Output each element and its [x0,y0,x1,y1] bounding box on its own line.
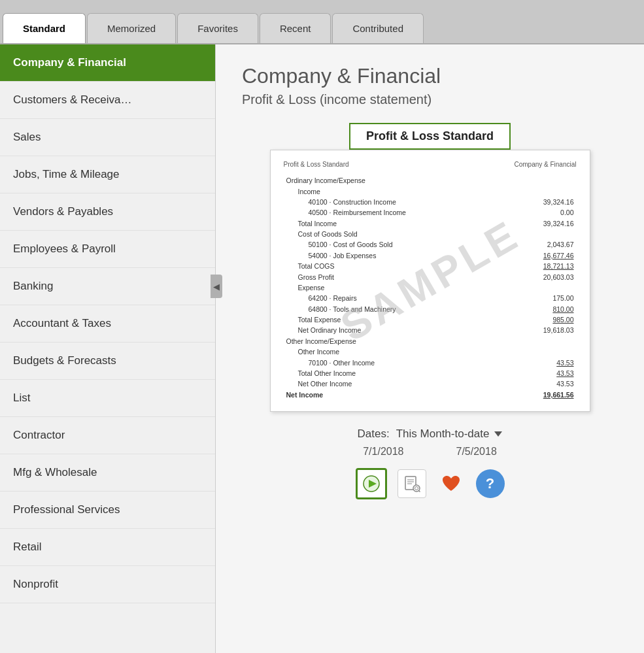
sidebar-item-mfg-wholesale[interactable]: Mfg & Wholesale [0,454,215,492]
dates-row: Dates: This Month-to-date [358,427,503,441]
table-row: Other Income [285,347,575,356]
report-header-right: Company & Financial [514,161,576,168]
table-row-net-income: Net Income19,661.56 [285,390,575,399]
table-row: 40500 · Reimbursement Income0.00 [285,208,575,217]
table-row: 54000 · Job Expenses16,677.46 [285,251,575,260]
chevron-down-icon [494,431,502,437]
table-row: 64200 · Repairs175.00 [285,293,575,303]
report-label[interactable]: Profit & Loss Standard [349,123,511,150]
sidebar-item-company-financial[interactable]: Company & Financial [0,44,215,82]
tab-memorized[interactable]: Memorized [87,13,176,43]
dates-values: 7/1/2018 7/5/2018 [363,446,497,458]
svg-line-7 [418,490,420,492]
sidebar-collapse-arrow[interactable]: ◀ [211,275,222,298]
sidebar-item-retail[interactable]: Retail [0,529,215,566]
sidebar-item-customers[interactable]: Customers & Receiva… [0,82,215,119]
main-area: Company & Financial Customers & Receiva…… [0,44,644,653]
sidebar-item-jobs-time[interactable]: Jobs, Time & Mileage [0,156,215,193]
table-row: 40100 · Construction Income39,324.16 [285,197,575,207]
date-from: 7/1/2018 [363,446,403,458]
tabs-bar: Standard Memorized Favorites Recent Cont… [0,0,644,44]
dates-dropdown[interactable]: This Month-to-date [396,427,503,441]
content-area: Company & Financial Profit & Loss (incom… [216,44,644,653]
dates-dropdown-value: This Month-to-date [396,427,490,441]
report-table: Ordinary Income/Expense Income 40100 · C… [284,175,577,401]
heart-icon [440,473,462,495]
bottom-icons: ? [356,468,505,499]
table-row: Total Expense985.00 [285,315,575,324]
table-row: Total Other Income43.53 [285,369,575,378]
table-row: Cost of Goods Sold [285,229,575,239]
sidebar-item-banking[interactable]: Banking [0,268,215,305]
table-row: Expense [285,283,575,292]
table-row: Gross Profit20,603.03 [285,272,575,281]
sidebar-item-budgets-forecasts[interactable]: Budgets & Forecasts [0,343,215,380]
tab-favorites[interactable]: Favorites [177,13,258,43]
tab-standard[interactable]: Standard [3,13,86,43]
report-preview: SAMPLE Profit & Loss Standard Company & … [270,150,590,412]
table-row: Net Ordinary Income19,618.03 [285,326,575,335]
table-row: 50100 · Cost of Goods Sold2,043.67 [285,240,575,249]
table-row: Income [285,186,575,195]
favorite-button[interactable] [437,469,466,498]
sidebar-item-nonprofit[interactable]: Nonprofit [0,566,215,603]
sidebar-item-employees-payroll[interactable]: Employees & Payroll [0,231,215,268]
tab-recent[interactable]: Recent [260,13,331,43]
run-report-button[interactable] [356,468,387,499]
table-row: 64800 · Tools and Machinery810.00 [285,305,575,314]
sidebar-item-accountant-taxes[interactable]: Accountant & Taxes [0,305,215,343]
preview-icon [403,475,420,492]
table-row: Other Income/Expense [285,337,575,346]
sidebar-item-sales[interactable]: Sales [0,119,215,156]
tab-contributed[interactable]: Contributed [332,13,424,43]
content-subtitle: Profit & Loss (income statement) [242,92,618,107]
report-header-left: Profit & Loss Standard [284,161,349,168]
help-button[interactable]: ? [476,469,505,498]
sidebar-item-list[interactable]: List [0,380,215,417]
date-to: 7/5/2018 [456,446,497,458]
table-row: 70100 · Other Income43.53 [285,358,575,367]
report-card-wrapper: Profit & Loss Standard SAMPLE Profit & L… [242,123,618,499]
table-row: Ordinary Income/Expense [285,176,575,185]
sidebar: Company & Financial Customers & Receiva…… [0,44,216,653]
table-row: Total COGS18,721.13 [285,261,575,271]
report-header: Profit & Loss Standard Company & Financi… [284,161,577,168]
sidebar-item-vendors[interactable]: Vendors & Payables [0,193,215,231]
run-icon [362,475,381,493]
sidebar-item-professional-services[interactable]: Professional Services [0,492,215,529]
dates-label: Dates: [358,427,390,441]
table-row: Total Income39,324.16 [285,219,575,228]
content-title: Company & Financial [242,64,618,88]
preview-button[interactable] [398,469,426,498]
sidebar-item-contractor[interactable]: Contractor [0,417,215,454]
help-label: ? [486,475,494,492]
table-row: Net Other Income43.53 [285,379,575,388]
